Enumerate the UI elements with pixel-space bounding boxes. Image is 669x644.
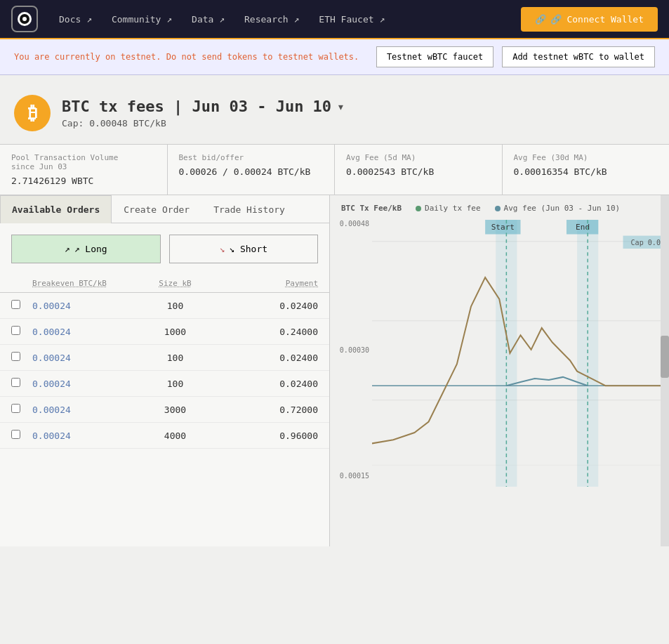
- row-size: 100: [128, 301, 223, 311]
- tabs: Available Orders Create Order Trade Hist…: [0, 195, 329, 223]
- chart-title-text: BTC Tx Fee/kB: [341, 204, 402, 213]
- row-size: 4000: [128, 431, 223, 441]
- row-payment: 0.02400: [223, 379, 318, 389]
- row-payment: 0.24000: [223, 327, 318, 337]
- row-checkbox-2[interactable]: [11, 352, 20, 361]
- row-checkbox-wrap[interactable]: [11, 352, 32, 363]
- testnet-faucet-button[interactable]: Testnet wBTC faucet: [376, 46, 494, 67]
- row-breakeven: 0.00024: [32, 353, 128, 363]
- long-button[interactable]: ↗ ↗ Long: [11, 235, 161, 263]
- row-checkbox-4[interactable]: [11, 404, 20, 413]
- table-body: 0.00024 100 0.02400 0.00024 1000 0.24000…: [0, 293, 329, 449]
- table-row[interactable]: 0.00024 1000 0.24000: [0, 319, 329, 345]
- row-checkbox-5[interactable]: [11, 430, 20, 439]
- row-payment: 0.02400: [223, 353, 318, 363]
- stat-pool-volume-label: Pool Transaction Volumesince Jun 03: [11, 153, 156, 171]
- col-header-payment: Payment: [223, 279, 318, 288]
- y-axis: 0.00048 0.00030 0.00015: [330, 213, 372, 487]
- nav-eth-faucet[interactable]: ETH Faucet ↗: [312, 10, 392, 29]
- y-label-bot: 0.00015: [333, 472, 369, 480]
- nav-links: Docs ↗ Community ↗ Data ↗ Research ↗ ETH…: [52, 10, 521, 29]
- stat-avg-30d-value: 0.00016354 BTC/kB: [514, 166, 658, 177]
- left-panel: Available Orders Create Order Trade Hist…: [0, 195, 330, 546]
- table-row[interactable]: 0.00024 3000 0.72000: [0, 397, 329, 423]
- logo[interactable]: [11, 6, 38, 32]
- add-testnet-wbtc-button[interactable]: Add testnet wBTC to wallet: [502, 46, 655, 67]
- row-checkbox-0[interactable]: [11, 300, 20, 309]
- row-size: 3000: [128, 405, 223, 415]
- connect-wallet-label: 🔗 Connect Wallet: [550, 14, 644, 25]
- table-row[interactable]: 0.00024 100 0.02400: [0, 345, 329, 371]
- nav-docs[interactable]: Docs ↗: [52, 10, 99, 29]
- row-size: 1000: [128, 327, 223, 337]
- row-size: 100: [128, 379, 223, 389]
- stat-bid-offer-label: Best bid/offer: [179, 153, 324, 162]
- legend-avg-label: Avg fee (Jun 03 - Jun 10): [504, 204, 621, 213]
- chart-line-main: [372, 277, 669, 443]
- row-payment: 0.72000: [223, 405, 318, 415]
- stat-avg-5d-value: 0.0002543 BTC/kB: [346, 166, 491, 177]
- table-row[interactable]: 0.00024 4000 0.96000: [0, 423, 329, 449]
- stat-avg-5d-label: Avg Fee (5d MA): [346, 153, 491, 162]
- chart-svg-wrap: Start End Cap 0.0: [372, 220, 669, 487]
- col-header-size: Size kB: [128, 279, 223, 288]
- btc-icon: ₿: [14, 95, 51, 131]
- row-checkbox-wrap[interactable]: [11, 430, 32, 441]
- row-size: 100: [128, 353, 223, 363]
- long-short-row: ↗ ↗ Long ↘ ↘ Short: [0, 223, 329, 275]
- wallet-icon: 🔗: [535, 14, 546, 25]
- stat-pool-volume-value: 2.71426129 WBTC: [11, 176, 156, 186]
- stat-bid-offer: Best bid/offer 0.00026 / 0.00024 BTC/kB: [168, 145, 336, 195]
- short-button[interactable]: ↘ ↘ Short: [169, 235, 319, 263]
- chart-legend: BTC Tx Fee/kB Daily tx fee Avg fee (Jun …: [330, 195, 669, 213]
- table-row[interactable]: 0.00024 100 0.02400: [0, 371, 329, 397]
- row-checkbox-wrap[interactable]: [11, 404, 32, 415]
- chart-line-avg: [506, 377, 588, 386]
- chart-cap-label: Cap 0.0: [631, 239, 661, 247]
- row-checkbox-3[interactable]: [11, 378, 20, 387]
- nav-research[interactable]: Research ↗: [237, 10, 306, 29]
- row-payment: 0.02400: [223, 301, 318, 311]
- stat-pool-volume: Pool Transaction Volumesince Jun 03 2.71…: [0, 145, 168, 195]
- connect-wallet-button[interactable]: 🔗 🔗 Connect Wallet: [521, 7, 658, 32]
- alert-message: You are currently on testnet. Do not sen…: [14, 52, 368, 62]
- legend-avg: Avg fee (Jun 03 - Jun 10): [495, 204, 621, 213]
- scrollbar-track[interactable]: [661, 195, 669, 546]
- legend-daily-dot: [416, 206, 421, 211]
- row-checkbox-wrap[interactable]: [11, 378, 32, 389]
- row-breakeven: 0.00024: [32, 327, 128, 337]
- title-dropdown-arrow[interactable]: ▾: [337, 99, 345, 114]
- tab-create-order[interactable]: Create Order: [112, 195, 201, 223]
- row-checkbox-wrap[interactable]: [11, 326, 32, 337]
- svg-point-1: [22, 17, 27, 21]
- alert-banner: You are currently on testnet. Do not sen…: [0, 39, 669, 75]
- table-row[interactable]: 0.00024 100 0.02400: [0, 293, 329, 319]
- page-subtitle: Cap: 0.00048 BTC/kB: [62, 118, 345, 129]
- main-content: Available Orders Create Order Trade Hist…: [0, 195, 669, 546]
- col-header-breakeven: Breakeven BTC/kB: [32, 279, 128, 288]
- stat-avg-5d: Avg Fee (5d MA) 0.0002543 BTC/kB: [335, 145, 503, 195]
- col-header-check: [11, 279, 32, 288]
- row-breakeven: 0.00024: [32, 301, 128, 311]
- chart-area: 0.00048 0.00030 0.00015: [330, 213, 669, 508]
- y-label-mid: 0.00030: [333, 346, 369, 354]
- row-checkbox-1[interactable]: [11, 326, 20, 335]
- nav-data[interactable]: Data ↗: [185, 10, 232, 29]
- short-label: ↘ Short: [229, 244, 267, 254]
- right-panel: BTC Tx Fee/kB Daily tx fee Avg fee (Jun …: [330, 195, 669, 546]
- legend-avg-dot: [495, 206, 501, 211]
- tab-trade-history[interactable]: Trade History: [201, 195, 297, 223]
- row-breakeven: 0.00024: [32, 431, 128, 441]
- title-block: BTC tx fees | Jun 03 - Jun 10 ▾ Cap: 0.0…: [62, 98, 345, 129]
- row-breakeven: 0.00024: [32, 379, 128, 389]
- scrollbar-thumb[interactable]: [661, 336, 669, 378]
- legend-daily: Daily tx fee: [416, 204, 480, 213]
- short-icon: ↘: [219, 244, 225, 254]
- chart-title: BTC Tx Fee/kB: [341, 204, 402, 213]
- chart-start-label: Start: [491, 223, 515, 232]
- row-checkbox-wrap[interactable]: [11, 300, 32, 311]
- navbar: Docs ↗ Community ↗ Data ↗ Research ↗ ETH…: [0, 0, 669, 39]
- tab-available-orders[interactable]: Available Orders: [0, 195, 112, 223]
- stats-row: Pool Transaction Volumesince Jun 03 2.71…: [0, 144, 669, 195]
- nav-community[interactable]: Community ↗: [105, 10, 179, 29]
